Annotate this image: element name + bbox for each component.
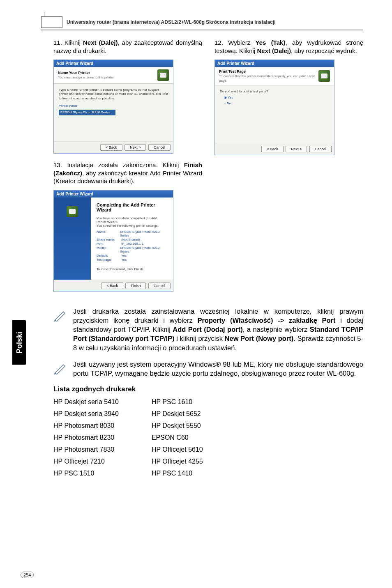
wizard-sub: You must assign a name to this printer.: [58, 76, 115, 79]
note-pen-icon: [53, 308, 67, 322]
wizard-sub: To confirm that the printer is installed…: [219, 74, 315, 83]
printer-item: HP Officejet 5610: [152, 446, 203, 453]
printer-icon: [157, 69, 169, 81]
wizard-body-text: Do you want to print a test page?: [220, 90, 329, 94]
radio-yes[interactable]: ◉ Yes: [224, 96, 329, 100]
step-11-text: 11. Kliknij Next (Dalej), aby zaakceptow…: [53, 39, 202, 55]
wizard-finish-closing: To close this wizard, click Finish.: [97, 267, 167, 271]
back-button[interactable]: < Back: [261, 146, 284, 152]
printer-item: HP PSC 1410: [152, 470, 203, 477]
printer-list-left: HP Deskjet seria 5410HP Deskjet seria 39…: [53, 398, 119, 482]
language-tab: Polski: [12, 320, 26, 365]
wizard-finish-sub2: You specified the following printer sett…: [97, 224, 167, 227]
finish-button[interactable]: Finish: [125, 283, 146, 289]
printer-list-right: HP PSC 1610HP Deskjet 5652HP Deskjet 555…: [152, 398, 203, 482]
cancel-button[interactable]: Cancel: [309, 146, 332, 152]
finish-row: Test page:Yes: [97, 258, 167, 262]
wizard-titlebar: Add Printer Wizard: [54, 191, 173, 198]
wizard-finish-heading: Completing the Add Printer Wizard: [97, 202, 167, 212]
printer-list-heading: Lista zgodnych drukarek: [53, 385, 363, 393]
note-2-text: Jeśli używany jest system operacyjny Win…: [73, 360, 363, 378]
router-icon: [41, 16, 62, 28]
wizard-body-text: Type a name for this printer. Because so…: [59, 88, 168, 101]
back-button[interactable]: < Back: [101, 283, 123, 289]
step-13-text: 13. Instalacja została zakończona. Klikn…: [53, 161, 202, 185]
wizard-finish-box: Add Printer Wizard Completing the Add Pr…: [53, 190, 173, 292]
cancel-button[interactable]: Cancel: [148, 144, 171, 151]
wizard-test-page: Add Printer Wizard Print Test Page To co…: [214, 60, 334, 155]
printer-item: HP Deskjet seria 3940: [53, 410, 119, 418]
printer-item: HP Deskjet 5550: [152, 422, 203, 430]
finish-row: Model:EPSON Stylus Photo R210 Series: [97, 246, 167, 253]
wizard-finish-sub1: You have successfully completed the Add …: [97, 216, 167, 224]
page-header: Uniwersalny router (brama internetowa) A…: [41, 16, 363, 30]
finish-row: Share name:(Not Shared): [97, 238, 167, 241]
printer-item: HP Officejet 7210: [53, 458, 119, 465]
printer-item: HP Deskjet 5652: [152, 410, 203, 418]
printer-icon: [318, 70, 330, 82]
wizard-heading: Print Test Page: [219, 69, 246, 74]
wizard-titlebar: Add Printer Wizard: [54, 60, 173, 67]
radio-no[interactable]: ○ No: [224, 101, 329, 106]
printer-item: EPSON C60: [152, 434, 203, 441]
wizard-titlebar: Add Printer Wizard: [215, 60, 334, 67]
printer-item: HP Photosmart 7830: [53, 446, 119, 453]
printer-item: HP PSC 1610: [152, 398, 203, 406]
printer-item: HP Photosmart 8030: [53, 422, 119, 430]
printer-item: HP Deskjet seria 5410: [53, 398, 119, 406]
next-button[interactable]: Next >: [125, 144, 146, 151]
printer-item: HP Officejet 4255: [152, 458, 203, 465]
note-1-text: Jeśli drukarka została zainstalowana wcz…: [73, 307, 363, 352]
next-button[interactable]: Next >: [286, 146, 307, 152]
wizard-name-printer: Add Printer Wizard Name Your Printer You…: [53, 60, 173, 154]
page-number: 254: [21, 572, 34, 578]
finish-row: Port:IP_192.168.1.1: [97, 242, 167, 246]
finish-row: Name:EPSON Stylus Photo R210 Series: [97, 230, 167, 237]
printer-name-label: Printer name:: [59, 104, 168, 108]
step-12-text: 12. Wybierz Yes (Tak), aby wydrukować st…: [214, 39, 363, 55]
note-pen-icon: [53, 361, 67, 374]
printer-name-input[interactable]: EPSON Stylus Photo R210 Series: [59, 110, 115, 115]
printer-item: HP PSC 1510: [53, 470, 119, 477]
printer-icon: [67, 206, 78, 217]
cancel-button[interactable]: Cancel: [148, 283, 171, 289]
wizard-finish-rows: Name:EPSON Stylus Photo R210 SeriesShare…: [97, 230, 167, 262]
wizard-heading: Name Your Printer: [58, 71, 90, 75]
back-button[interactable]: < Back: [100, 144, 122, 151]
printer-item: HP Photosmart 8230: [53, 434, 119, 441]
finish-row: Default:Yes: [97, 254, 167, 257]
header-title: Uniwersalny router (brama internetowa) A…: [67, 19, 276, 25]
